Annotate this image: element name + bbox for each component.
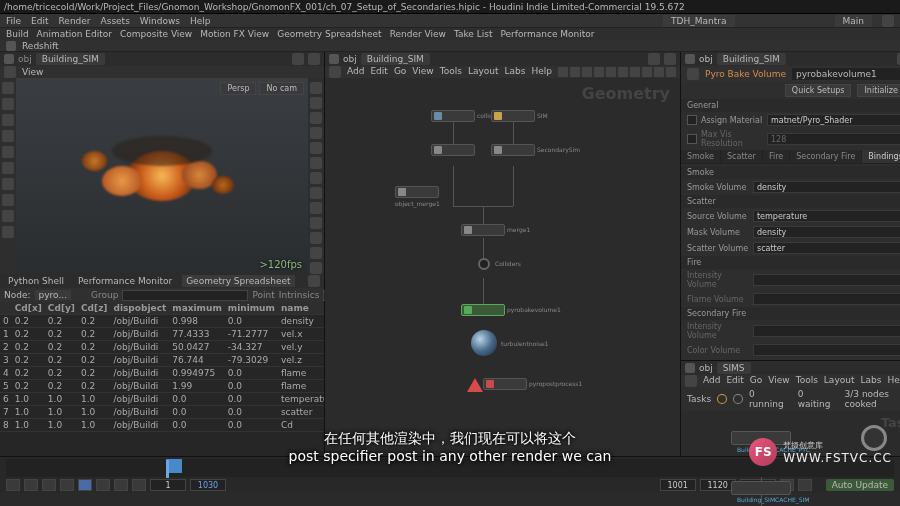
tops-labs[interactable]: Labs bbox=[860, 375, 881, 387]
handle-icon[interactable] bbox=[2, 98, 14, 110]
prev-key-button[interactable] bbox=[24, 479, 38, 491]
tab-bindings[interactable]: Bindings bbox=[862, 150, 900, 163]
net-labs[interactable]: Labs bbox=[505, 66, 526, 78]
node-objmerge[interactable] bbox=[395, 186, 439, 198]
table-row[interactable]: 00.20.20.2/obj/Buildi0.9980.0density/obj… bbox=[0, 315, 324, 328]
camera-icon[interactable] bbox=[2, 226, 14, 238]
assign-material-field[interactable] bbox=[767, 114, 900, 126]
wire-icon[interactable] bbox=[310, 112, 322, 124]
tab-secfire[interactable]: Secondary Fire bbox=[790, 150, 862, 163]
table-row[interactable]: 10.20.20.2/obj/Buildi77.4333-71.2777vel.… bbox=[0, 328, 324, 341]
color-icon[interactable] bbox=[630, 67, 640, 77]
net-tools[interactable]: Tools bbox=[440, 66, 462, 78]
tab-smoke[interactable]: Smoke bbox=[681, 150, 721, 163]
network-editor[interactable]: Geometry collision SIM SecondarySim obje… bbox=[325, 78, 680, 456]
menu-edit[interactable]: Edit bbox=[31, 16, 48, 26]
geometry-spreadsheet[interactable]: Cd[x]Cd[y]Cd[z]dispobjectmaximumminimumn… bbox=[0, 302, 324, 456]
hull-icon[interactable] bbox=[310, 217, 322, 229]
col-header[interactable]: minimum bbox=[225, 302, 278, 315]
shelf-redshift[interactable]: Redshift bbox=[22, 41, 59, 51]
breadcrumb[interactable]: Building_SIM bbox=[361, 53, 430, 65]
assign-material-checkbox[interactable] bbox=[687, 115, 697, 125]
start-frame-field[interactable] bbox=[150, 479, 186, 491]
tab-perfmon[interactable]: Performance Monitor bbox=[74, 275, 176, 287]
desktop-selector[interactable]: TDH_Mantra bbox=[663, 15, 734, 27]
int2-vol-field[interactable] bbox=[753, 325, 900, 337]
table-row[interactable]: 81.01.01.0/obj/Buildi0.00.0Cd/obj/Buildi bbox=[0, 419, 324, 432]
pin-icon[interactable] bbox=[685, 363, 695, 373]
pin-icon[interactable] bbox=[329, 54, 339, 64]
net-go[interactable]: Go bbox=[394, 66, 406, 78]
back-icon[interactable] bbox=[329, 66, 341, 78]
scale-icon[interactable] bbox=[2, 146, 14, 158]
help-icon[interactable] bbox=[882, 15, 894, 27]
layout-selector[interactable]: Main bbox=[835, 15, 873, 27]
select-icon[interactable] bbox=[2, 82, 14, 94]
node-out1[interactable] bbox=[431, 144, 475, 156]
col-header[interactable]: maximum bbox=[169, 302, 225, 315]
table-row[interactable]: 20.20.20.2/obj/Buildi50.0427-34.327vel.y… bbox=[0, 341, 324, 354]
maximize-icon[interactable] bbox=[308, 53, 320, 65]
col-header[interactable] bbox=[0, 302, 12, 315]
intrinsics-label[interactable]: Intrinsics bbox=[279, 290, 320, 300]
layout-icon[interactable] bbox=[570, 67, 580, 77]
tab-python[interactable]: Python Shell bbox=[4, 275, 68, 287]
play-cook-icon[interactable] bbox=[717, 394, 727, 404]
display-icon[interactable] bbox=[310, 82, 322, 94]
xray-icon[interactable] bbox=[310, 247, 322, 259]
tops-breadcrumb[interactable]: SIMS bbox=[717, 362, 751, 374]
maxres-field[interactable] bbox=[767, 133, 900, 145]
node-path[interactable]: pyro... bbox=[35, 290, 71, 300]
scatter-vol-field[interactable] bbox=[753, 242, 900, 254]
source-vol-field[interactable] bbox=[753, 210, 900, 222]
int-vol-field[interactable] bbox=[753, 274, 900, 286]
dirty-all-icon[interactable] bbox=[733, 394, 743, 404]
plus-icon[interactable] bbox=[648, 53, 660, 65]
update-mode[interactable]: Auto Update bbox=[826, 479, 894, 491]
list-icon[interactable] bbox=[606, 67, 616, 77]
grid-icon[interactable] bbox=[310, 157, 322, 169]
desk-build[interactable]: Build bbox=[6, 29, 29, 39]
table-row[interactable]: 61.01.01.0/obj/Buildi0.00.0temperature/o… bbox=[0, 393, 324, 406]
node-collision[interactable] bbox=[431, 110, 475, 122]
nocam-button[interactable]: No cam bbox=[259, 82, 304, 95]
node-merge[interactable] bbox=[461, 224, 505, 236]
dot-node[interactable] bbox=[478, 258, 490, 270]
node-sim[interactable] bbox=[491, 110, 535, 122]
node-secondarysim[interactable] bbox=[491, 144, 535, 156]
plus-icon[interactable] bbox=[292, 53, 304, 65]
menu-assets[interactable]: Assets bbox=[101, 16, 130, 26]
net-view[interactable]: View bbox=[412, 66, 433, 78]
audio-button[interactable] bbox=[798, 479, 812, 491]
tops-node-2[interactable] bbox=[731, 481, 791, 495]
path-obj-icon[interactable]: obj bbox=[18, 54, 32, 64]
mask-vol-field[interactable] bbox=[753, 226, 900, 238]
node-sphere-preview[interactable] bbox=[471, 330, 497, 356]
snap-icon[interactable] bbox=[2, 162, 14, 174]
table-row[interactable]: 50.20.20.2/obj/Buildi1.990.0flame/obj/Bu… bbox=[0, 380, 324, 393]
menu-file[interactable]: File bbox=[6, 16, 21, 26]
move-icon[interactable] bbox=[2, 114, 14, 126]
tab-scatter[interactable]: Scatter bbox=[721, 150, 763, 163]
inspect-icon[interactable] bbox=[2, 194, 14, 206]
light-icon[interactable] bbox=[310, 127, 322, 139]
plus-icon[interactable] bbox=[308, 275, 320, 287]
tops-path-obj[interactable]: obj bbox=[699, 363, 713, 373]
menu-render[interactable]: Render bbox=[59, 16, 91, 26]
flame-vol-field[interactable] bbox=[753, 293, 900, 305]
text-icon[interactable] bbox=[642, 67, 652, 77]
param-icon[interactable] bbox=[654, 67, 664, 77]
pin-icon[interactable] bbox=[6, 41, 16, 51]
persp-button[interactable]: Persp bbox=[220, 82, 256, 95]
net-edit[interactable]: Edit bbox=[370, 66, 387, 78]
path-obj[interactable]: obj bbox=[343, 54, 357, 64]
param-path-obj[interactable]: obj bbox=[699, 54, 713, 64]
net-add[interactable]: Add bbox=[347, 66, 364, 78]
tops-go[interactable]: Go bbox=[750, 375, 762, 387]
desk-comp[interactable]: Composite View bbox=[120, 29, 192, 39]
table-row[interactable]: 71.01.01.0/obj/Buildi0.00.0scatter/obj/B… bbox=[0, 406, 324, 419]
tops-edit[interactable]: Edit bbox=[726, 375, 743, 387]
table-row[interactable]: 30.20.20.2/obj/Buildi76.744-79.3029vel.z… bbox=[0, 354, 324, 367]
back-icon[interactable] bbox=[685, 375, 697, 387]
color-vol-field[interactable] bbox=[753, 344, 900, 356]
